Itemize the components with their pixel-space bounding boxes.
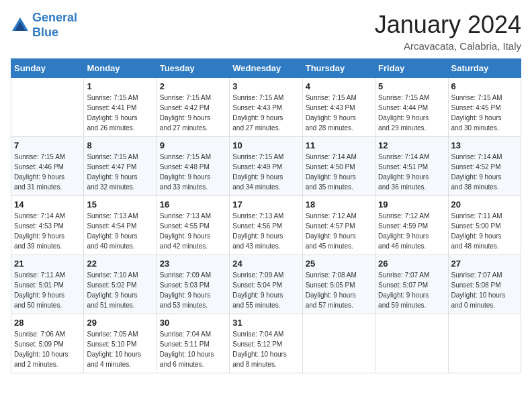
day-info: Sunrise: 7:15 AMSunset: 4:46 PMDaylight:… [14,152,81,192]
calendar-cell: 1Sunrise: 7:15 AMSunset: 4:41 PMDaylight… [84,78,157,137]
day-number: 19 [378,199,445,210]
day-number: 3 [232,81,299,91]
day-info: Sunrise: 7:11 AMSunset: 5:00 PMDaylight:… [451,211,518,251]
day-number: 17 [232,199,299,210]
location: Arcavacata, Calabria, Italy [375,40,521,52]
weekday-header-row: SundayMondayTuesdayWednesdayThursdayFrid… [11,59,521,78]
calendar-cell: 28Sunrise: 7:06 AMSunset: 5:09 PMDayligh… [11,314,84,373]
calendar-cell: 9Sunrise: 7:15 AMSunset: 4:48 PMDaylight… [157,137,229,196]
day-info: Sunrise: 7:11 AMSunset: 5:01 PMDaylight:… [14,270,81,310]
calendar-cell: 5Sunrise: 7:15 AMSunset: 4:44 PMDaylight… [375,78,448,137]
day-number: 7 [14,140,81,150]
day-number: 1 [87,81,153,91]
calendar-cell: 30Sunrise: 7:04 AMSunset: 5:11 PMDayligh… [157,314,229,373]
calendar-cell: 27Sunrise: 7:07 AMSunset: 5:08 PMDayligh… [448,255,521,314]
calendar-cell [302,314,375,373]
calendar-table: SundayMondayTuesdayWednesdayThursdayFrid… [11,58,521,373]
calendar-cell: 24Sunrise: 7:09 AMSunset: 5:04 PMDayligh… [230,255,302,314]
calendar-cell: 26Sunrise: 7:07 AMSunset: 5:07 PMDayligh… [375,255,448,314]
day-number: 5 [378,81,445,91]
calendar-cell [375,314,448,373]
calendar-week-row: 21Sunrise: 7:11 AMSunset: 5:01 PMDayligh… [11,255,521,314]
day-info: Sunrise: 7:15 AMSunset: 4:47 PMDaylight:… [87,152,153,192]
day-info: Sunrise: 7:15 AMSunset: 4:43 PMDaylight:… [306,93,372,133]
weekday-header: Saturday [448,59,521,78]
logo: General Blue [11,11,77,40]
calendar-cell: 19Sunrise: 7:12 AMSunset: 4:59 PMDayligh… [375,196,448,255]
calendar-cell: 10Sunrise: 7:15 AMSunset: 4:49 PMDayligh… [230,137,302,196]
day-info: Sunrise: 7:13 AMSunset: 4:56 PMDaylight:… [232,211,299,251]
day-number: 27 [451,259,518,269]
day-number: 26 [378,259,445,269]
calendar-week-row: 7Sunrise: 7:15 AMSunset: 4:46 PMDaylight… [11,137,521,196]
calendar-cell: 25Sunrise: 7:08 AMSunset: 5:05 PMDayligh… [302,255,375,314]
calendar-cell [11,78,84,137]
day-number: 15 [87,199,153,210]
calendar-cell: 21Sunrise: 7:11 AMSunset: 5:01 PMDayligh… [11,255,84,314]
day-number: 31 [232,318,299,328]
day-info: Sunrise: 7:07 AMSunset: 5:07 PMDaylight:… [378,270,445,310]
logo-line1: General [32,11,77,24]
calendar-cell: 12Sunrise: 7:14 AMSunset: 4:51 PMDayligh… [375,137,448,196]
day-info: Sunrise: 7:15 AMSunset: 4:45 PMDaylight:… [451,93,518,133]
calendar-week-row: 14Sunrise: 7:14 AMSunset: 4:53 PMDayligh… [11,196,521,255]
calendar-cell: 3Sunrise: 7:15 AMSunset: 4:43 PMDaylight… [230,78,302,137]
day-number: 18 [306,199,372,210]
day-number: 24 [232,259,299,269]
day-info: Sunrise: 7:12 AMSunset: 4:59 PMDaylight:… [378,211,445,251]
calendar-cell: 23Sunrise: 7:09 AMSunset: 5:03 PMDayligh… [157,255,229,314]
logo-text: General Blue [32,11,77,40]
day-number: 11 [306,140,372,150]
calendar-cell: 14Sunrise: 7:14 AMSunset: 4:53 PMDayligh… [11,196,84,255]
weekday-header: Monday [84,59,157,78]
calendar-cell: 17Sunrise: 7:13 AMSunset: 4:56 PMDayligh… [230,196,302,255]
day-number: 14 [14,199,81,210]
day-number: 22 [87,259,153,269]
day-number: 12 [378,140,445,150]
weekday-header: Thursday [302,59,375,78]
day-info: Sunrise: 7:08 AMSunset: 5:05 PMDaylight:… [306,270,372,310]
calendar-cell: 20Sunrise: 7:11 AMSunset: 5:00 PMDayligh… [448,196,521,255]
day-info: Sunrise: 7:09 AMSunset: 5:04 PMDaylight:… [232,270,299,310]
calendar-cell: 29Sunrise: 7:05 AMSunset: 5:10 PMDayligh… [84,314,157,373]
day-number: 13 [451,140,518,150]
day-number: 8 [87,140,153,150]
calendar-cell: 22Sunrise: 7:10 AMSunset: 5:02 PMDayligh… [84,255,157,314]
day-info: Sunrise: 7:07 AMSunset: 5:08 PMDaylight:… [451,270,518,310]
day-number: 9 [160,140,226,150]
weekday-header: Wednesday [230,59,302,78]
day-number: 20 [451,199,518,210]
day-info: Sunrise: 7:14 AMSunset: 4:52 PMDaylight:… [451,152,518,192]
calendar-week-row: 28Sunrise: 7:06 AMSunset: 5:09 PMDayligh… [11,314,521,373]
day-info: Sunrise: 7:04 AMSunset: 5:12 PMDaylight:… [232,329,299,369]
day-info: Sunrise: 7:15 AMSunset: 4:42 PMDaylight:… [160,93,226,133]
day-info: Sunrise: 7:15 AMSunset: 4:44 PMDaylight:… [378,93,445,133]
calendar-cell: 6Sunrise: 7:15 AMSunset: 4:45 PMDaylight… [448,78,521,137]
day-number: 4 [306,81,372,91]
calendar-cell: 13Sunrise: 7:14 AMSunset: 4:52 PMDayligh… [448,137,521,196]
day-number: 10 [232,140,299,150]
weekday-header: Tuesday [157,59,229,78]
day-info: Sunrise: 7:14 AMSunset: 4:50 PMDaylight:… [306,152,372,192]
day-number: 16 [160,199,226,210]
day-info: Sunrise: 7:12 AMSunset: 4:57 PMDaylight:… [306,211,372,251]
day-info: Sunrise: 7:14 AMSunset: 4:51 PMDaylight:… [378,152,445,192]
calendar-cell: 7Sunrise: 7:15 AMSunset: 4:46 PMDaylight… [11,137,84,196]
day-info: Sunrise: 7:15 AMSunset: 4:43 PMDaylight:… [232,93,299,133]
calendar-cell [448,314,521,373]
month-title: January 2024 [375,11,521,39]
calendar-cell: 31Sunrise: 7:04 AMSunset: 5:12 PMDayligh… [230,314,302,373]
page-container: General Blue January 2024 Arcavacata, Ca… [0,0,532,380]
day-info: Sunrise: 7:05 AMSunset: 5:10 PMDaylight:… [87,329,153,369]
day-info: Sunrise: 7:06 AMSunset: 5:09 PMDaylight:… [14,329,81,369]
calendar-cell: 11Sunrise: 7:14 AMSunset: 4:50 PMDayligh… [302,137,375,196]
day-number: 21 [14,259,81,269]
day-number: 23 [160,259,226,269]
day-info: Sunrise: 7:13 AMSunset: 4:54 PMDaylight:… [87,211,153,251]
weekday-header: Sunday [11,59,84,78]
day-number: 28 [14,318,81,328]
day-info: Sunrise: 7:15 AMSunset: 4:41 PMDaylight:… [87,93,153,133]
day-info: Sunrise: 7:15 AMSunset: 4:48 PMDaylight:… [160,152,226,192]
day-number: 2 [160,81,226,91]
calendar-cell: 18Sunrise: 7:12 AMSunset: 4:57 PMDayligh… [302,196,375,255]
